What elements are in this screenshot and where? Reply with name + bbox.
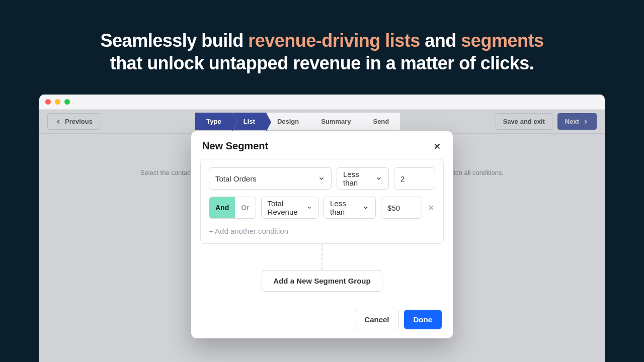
condition-row-1: Total Orders Less than 2: [209, 167, 435, 190]
operator-value: Less than: [330, 199, 362, 216]
window-minimize-dot[interactable]: [55, 99, 60, 105]
chevron-down-icon: [362, 204, 369, 211]
operator-value: Less than: [343, 170, 375, 187]
step-design[interactable]: Design: [266, 113, 310, 130]
remove-condition-icon[interactable]: [427, 204, 435, 212]
chevron-down-icon: [318, 175, 325, 182]
done-button[interactable]: Done: [404, 310, 442, 329]
add-condition-link[interactable]: + Add another condition: [209, 226, 435, 235]
operator-select[interactable]: Less than: [337, 167, 389, 190]
or-option[interactable]: Or: [235, 197, 255, 218]
window-titlebar: [39, 95, 605, 110]
field-value: Total Revenue: [268, 199, 306, 216]
step-list[interactable]: List: [232, 113, 266, 130]
field-value: Total Orders: [215, 174, 257, 183]
chevron-down-icon: [306, 204, 312, 211]
step-summary[interactable]: Summary: [310, 113, 362, 130]
field-select[interactable]: Total Orders: [209, 167, 332, 190]
hero-headline: Seamlessly build revenue-driving lists a…: [0, 0, 644, 95]
value-input[interactable]: $50: [381, 197, 422, 219]
hero-text: and: [420, 30, 461, 51]
group-connector-line: [321, 244, 323, 270]
hero-text-line2: that unlock untapped revenue in a matter…: [110, 53, 534, 73]
window-maximize-dot[interactable]: [64, 99, 70, 105]
value-input[interactable]: 2: [394, 167, 435, 190]
wizard-stepper: Type List Design Summary Send: [195, 113, 400, 130]
new-segment-modal: New Segment Total Orders Less than 2 And…: [191, 131, 453, 338]
and-option[interactable]: And: [209, 197, 235, 218]
segment-conditions-group: Total Orders Less than 2 And Or Total Re…: [200, 159, 444, 244]
step-send[interactable]: Send: [362, 113, 400, 130]
step-type[interactable]: Type: [195, 113, 232, 130]
modal-title: New Segment: [202, 140, 268, 152]
hero-accent-2: segments: [461, 30, 543, 51]
and-or-toggle[interactable]: And Or: [209, 197, 256, 219]
hero-text: Seamlessly build: [101, 30, 249, 51]
chevron-down-icon: [375, 175, 382, 182]
condition-row-2: And Or Total Revenue Less than $50: [209, 197, 435, 219]
close-icon[interactable]: [433, 142, 442, 151]
app-window: Previous Type List Design Summary Send S…: [39, 95, 605, 362]
operator-select[interactable]: Less than: [324, 197, 376, 219]
window-close-dot[interactable]: [45, 99, 51, 105]
add-segment-group-button[interactable]: Add a New Segment Group: [262, 270, 382, 292]
cancel-button[interactable]: Cancel: [355, 310, 398, 329]
hero-accent-1: revenue-driving lists: [248, 30, 420, 51]
field-select[interactable]: Total Revenue: [261, 197, 318, 219]
